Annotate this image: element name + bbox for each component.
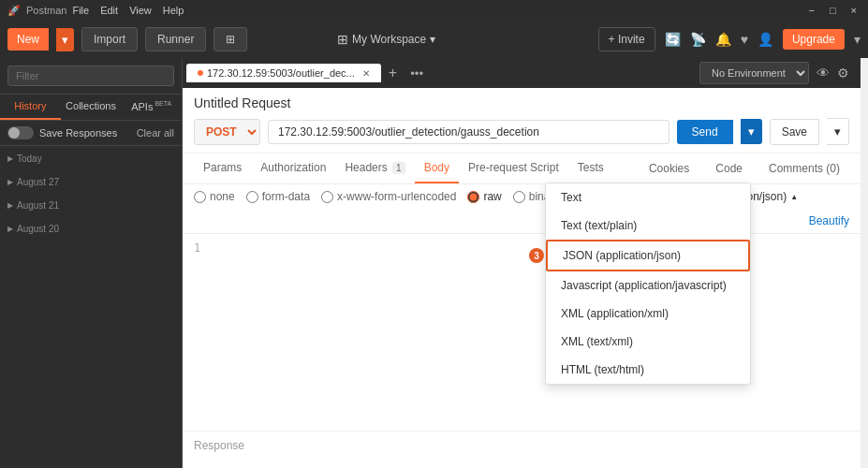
history-group-aug20: ▶ August 20 — [0, 216, 182, 240]
history-group-today-label[interactable]: ▶ Today — [7, 150, 174, 166]
sidebar-tab-history[interactable]: History — [0, 95, 61, 120]
radio-form-data-input[interactable] — [246, 191, 258, 203]
radio-none[interactable]: none — [194, 190, 235, 203]
new-button-arrow[interactable]: ▾ — [56, 28, 74, 51]
radio-form-data-label: form-data — [262, 190, 310, 203]
interceptor-icon[interactable]: 📡 — [690, 32, 706, 47]
req-tab-cookies[interactable]: Cookies — [640, 154, 699, 183]
radio-raw-label: raw — [483, 190, 501, 203]
history-group-aug27: ▶ August 27 — [0, 169, 182, 193]
format-menu-text[interactable]: Text — [546, 183, 750, 212]
workspace-button[interactable]: ⊞ My Workspace ▾ — [328, 27, 445, 51]
history-group-aug21-label[interactable]: ▶ August 21 — [7, 197, 174, 212]
req-tab-params[interactable]: Params — [194, 154, 251, 183]
save-arrow-button[interactable]: ▾ — [827, 118, 849, 145]
history-group-aug27-text: August 27 — [17, 177, 59, 187]
history-group-aug27-label[interactable]: ▶ August 27 — [7, 173, 174, 189]
user-icon[interactable]: 👤 — [758, 32, 773, 47]
toggle-knob — [8, 127, 20, 139]
req-tab-comments[interactable]: Comments (0) — [759, 154, 849, 183]
radio-form-data[interactable]: form-data — [246, 190, 310, 203]
app-logo: 🚀 — [7, 5, 21, 17]
titlebar-menu: File Edit View Help — [72, 5, 184, 16]
format-menu: Text Text (text/plain) JSON (application… — [545, 183, 751, 385]
menu-edit[interactable]: Edit — [100, 5, 118, 16]
import-button[interactable]: Import — [81, 27, 138, 51]
radio-none-label: none — [210, 190, 235, 203]
upgrade-button[interactable]: Upgrade — [783, 29, 845, 50]
chevron-icon-2: ▶ — [7, 178, 13, 186]
search-input[interactable] — [7, 66, 174, 86]
history-group-aug20-text: August 20 — [17, 224, 59, 234]
titlebar: 🚀 Postman File Edit View Help − □ × — [0, 0, 868, 21]
send-button[interactable]: Send — [677, 120, 733, 144]
req-tab-prerequest[interactable]: Pre-request Script — [459, 154, 568, 183]
req-tab-headers[interactable]: Headers 1 — [335, 154, 414, 183]
heart-icon[interactable]: ♥ — [741, 32, 748, 47]
menu-view[interactable]: View — [129, 5, 152, 16]
menu-help[interactable]: Help — [163, 5, 184, 16]
minimize-button[interactable]: − — [804, 5, 817, 16]
format-menu-xml-app[interactable]: XML (application/xml) — [546, 300, 750, 328]
add-tab-button[interactable]: + — [381, 61, 405, 85]
format-menu-xml-text[interactable]: XML (text/xml) — [546, 328, 750, 356]
upgrade-arrow-icon[interactable]: ▾ — [854, 32, 861, 47]
format-arrow-icon: ▲ — [790, 193, 798, 201]
req-tab-tests[interactable]: Tests — [568, 154, 613, 183]
response-label: Response — [194, 439, 244, 452]
headers-count-badge: 1 — [392, 162, 405, 174]
request-tabs: Params Authorization Headers 1 Body Pre-… — [183, 154, 861, 184]
new-button[interactable]: New — [7, 28, 49, 51]
req-tab-body[interactable]: Body — [415, 154, 459, 183]
chevron-icon-4: ▶ — [7, 225, 13, 233]
history-group-aug21: ▶ August 21 — [0, 193, 182, 216]
format-menu-html[interactable]: HTML (text/html) — [546, 356, 750, 384]
radio-raw[interactable]: raw — [467, 190, 501, 203]
request-tab[interactable]: 172.30.12.59:5003/outlier_dec... ✕ — [186, 64, 381, 82]
format-menu-javascript[interactable]: Javascript (application/javascript) — [546, 271, 750, 300]
environment-select[interactable]: No Environment — [699, 62, 809, 84]
invite-button[interactable]: + Invite — [598, 27, 655, 51]
annotation-3: 3 — [529, 248, 544, 263]
save-responses-label: Save Responses — [39, 127, 117, 139]
clear-all-button[interactable]: Clear all — [137, 127, 174, 139]
app-title: Postman — [26, 5, 66, 16]
radio-binary-input[interactable] — [513, 191, 525, 203]
close-button[interactable]: × — [847, 5, 861, 16]
sidebar-tab-collections[interactable]: Collections — [61, 95, 122, 120]
scrollbar[interactable] — [861, 58, 868, 468]
maximize-button[interactable]: □ — [826, 5, 840, 16]
req-tab-code[interactable]: Code — [706, 154, 752, 183]
req-tab-auth[interactable]: Authorization — [251, 154, 335, 183]
radio-urlencoded[interactable]: x-www-form-urlencoded — [321, 190, 456, 203]
workspace-arrow-icon: ▾ — [430, 33, 435, 46]
eye-icon[interactable]: 👁 — [817, 66, 830, 80]
notification-icon[interactable]: 🔔 — [715, 32, 731, 47]
radio-urlencoded-input[interactable] — [321, 191, 333, 203]
settings-icon[interactable]: ⚙ — [837, 66, 849, 80]
format-menu-text-plain[interactable]: Text (text/plain) — [546, 212, 750, 240]
beautify-button[interactable]: Beautify — [809, 214, 849, 227]
method-select[interactable]: POST — [194, 119, 260, 145]
save-responses-toggle[interactable] — [7, 126, 34, 139]
save-button[interactable]: Save — [770, 119, 819, 145]
url-input[interactable] — [268, 120, 669, 144]
response-area: Response — [183, 431, 861, 468]
menu-file[interactable]: File — [72, 5, 89, 16]
radio-urlencoded-label: x-www-form-urlencoded — [337, 190, 456, 203]
extra-nav-button[interactable]: ⊞ — [213, 27, 247, 51]
runner-button[interactable]: Runner — [145, 27, 206, 51]
tab-close-button[interactable]: ✕ — [362, 68, 370, 79]
sidebar-tab-apis[interactable]: APIs — [121, 95, 182, 120]
sidebar: History Collections APIs Save Responses … — [0, 58, 183, 468]
code-area[interactable]: 1 — [183, 234, 861, 431]
sync-icon[interactable]: 🔄 — [665, 32, 681, 47]
topnav: New ▾ Import Runner ⊞ ⊞ My Workspace ▾ +… — [0, 21, 868, 58]
format-menu-json[interactable]: JSON (application/json) 3 — [546, 240, 750, 271]
history-group-aug20-label[interactable]: ▶ August 20 — [7, 220, 174, 236]
radio-raw-input[interactable] — [467, 191, 479, 203]
send-arrow-button[interactable]: ▾ — [741, 119, 762, 144]
more-tabs-button[interactable]: ••• — [405, 63, 429, 84]
workspace-label: My Workspace — [352, 33, 426, 46]
radio-none-input[interactable] — [194, 191, 206, 203]
